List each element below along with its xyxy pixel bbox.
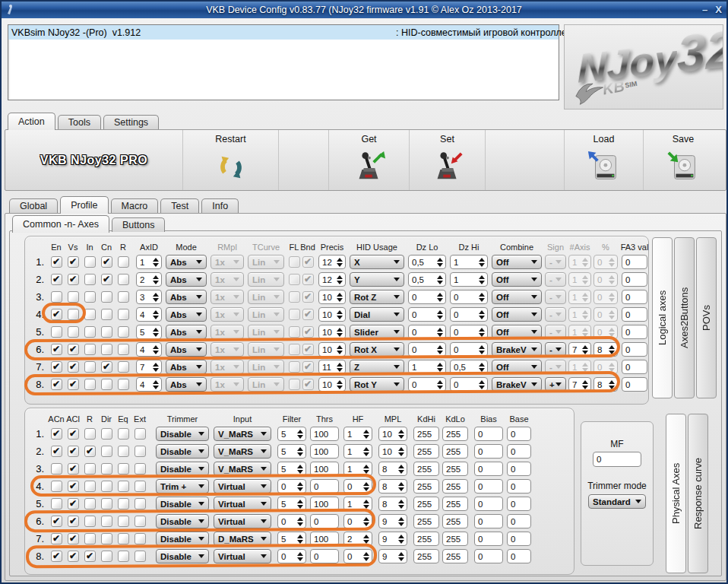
spin-up-icon[interactable] (479, 345, 485, 349)
spin-down-icon[interactable] (437, 298, 443, 302)
eq-checkbox[interactable] (118, 481, 129, 492)
dzlo-spin-buttons[interactable] (436, 258, 445, 267)
mode-dropdown[interactable]: Abs (166, 255, 207, 269)
kdhi-field[interactable]: 255 (413, 427, 439, 441)
ext-checkbox[interactable] (135, 481, 146, 492)
spin-down-icon[interactable] (337, 298, 343, 302)
axid-spinner[interactable]: 5 (136, 325, 162, 339)
thrs-field[interactable]: 0 (310, 514, 339, 528)
thrs-field[interactable]: 0 (310, 549, 339, 563)
mpl-spin-buttons[interactable] (397, 552, 407, 561)
dzlo-spinner[interactable]: 0 (408, 290, 446, 304)
pct-spinner[interactable]: 8 (593, 342, 618, 357)
r-checkbox[interactable] (84, 463, 96, 474)
spin-down-icon[interactable] (479, 368, 485, 372)
acl-checkbox[interactable]: ✔ (68, 446, 79, 457)
tab-global[interactable]: Global (9, 198, 58, 213)
spin-up-icon[interactable] (297, 465, 303, 468)
thrs-field[interactable]: 100 (310, 532, 339, 546)
spin-up-icon[interactable] (479, 380, 485, 384)
trimmer-dropdown[interactable]: Disable (156, 427, 209, 441)
acl-checkbox[interactable]: ✔ (68, 463, 79, 474)
spin-up-icon[interactable] (153, 310, 159, 314)
en-checkbox[interactable]: ✔ (51, 274, 62, 285)
filter-spinner[interactable]: 5 (277, 427, 306, 441)
mpl-spinner[interactable]: 8 (378, 462, 407, 476)
hf-spinner[interactable]: 0 (343, 479, 372, 494)
input-dropdown[interactable]: Virtual (214, 497, 271, 511)
cn-checkbox[interactable]: ✔ (101, 361, 112, 373)
trimmer-dropdown[interactable]: Trim + (156, 479, 209, 494)
dir-checkbox[interactable] (101, 498, 112, 509)
vs-checkbox[interactable] (68, 326, 79, 338)
hid-dropdown[interactable]: Dial (350, 307, 404, 322)
naxis-spin-buttons[interactable] (581, 345, 590, 354)
combine-dropdown[interactable]: Off (492, 290, 542, 304)
filter-spinner[interactable]: 0 (277, 514, 306, 528)
tab-profile[interactable]: Profile (60, 196, 108, 214)
spin-down-icon[interactable] (479, 351, 485, 354)
input-dropdown[interactable]: Virtual (214, 514, 271, 528)
spin-down-icon[interactable] (437, 368, 443, 372)
spin-down-icon[interactable] (297, 452, 303, 456)
vs-checkbox[interactable] (68, 291, 79, 303)
spin-down-icon[interactable] (337, 386, 343, 389)
device-list-item[interactable]: VKBsim NJoy32 -(Pro) v1.912 : HID-совмес… (8, 25, 559, 40)
spin-down-icon[interactable] (437, 333, 443, 337)
fa3-field[interactable]: 0 (622, 342, 647, 357)
axid-spin-buttons[interactable] (152, 380, 161, 389)
ext-checkbox[interactable] (135, 428, 146, 440)
mpl-spin-buttons[interactable] (397, 500, 407, 509)
acl-checkbox[interactable]: ✔ (68, 498, 79, 509)
en-checkbox[interactable]: ✔ (51, 256, 62, 268)
spin-up-icon[interactable] (398, 535, 404, 538)
axid-spinner[interactable]: 2 (136, 272, 162, 287)
spin-down-icon[interactable] (153, 316, 159, 319)
base-field[interactable]: 0 (507, 462, 531, 476)
fa3-field[interactable]: 0 (622, 307, 647, 322)
sign-dropdown[interactable]: - (545, 342, 566, 357)
fa3-field[interactable]: 0 (622, 325, 647, 339)
pct-spin-buttons[interactable] (608, 380, 617, 389)
spin-up-icon[interactable] (437, 275, 443, 279)
trimmer-dropdown[interactable]: Disable (156, 497, 209, 511)
base-field[interactable]: 0 (507, 479, 531, 494)
spin-down-icon[interactable] (363, 435, 369, 439)
spin-down-icon[interactable] (153, 298, 159, 302)
kdlo-field[interactable]: 255 (442, 427, 468, 441)
dzlo-spin-buttons[interactable] (436, 275, 445, 284)
spin-up-icon[interactable] (398, 517, 404, 521)
spin-down-icon[interactable] (609, 351, 615, 354)
axid-spinner[interactable]: 3 (136, 290, 162, 304)
spin-down-icon[interactable] (398, 470, 404, 474)
kdlo-field[interactable]: 255 (442, 462, 468, 476)
base-field[interactable]: 0 (507, 532, 531, 546)
spin-up-icon[interactable] (337, 328, 343, 332)
fa3-field[interactable]: 0 (622, 290, 647, 304)
axid-spin-buttons[interactable] (152, 258, 161, 267)
ext-checkbox[interactable] (135, 498, 146, 509)
kdhi-field[interactable]: 255 (413, 549, 439, 563)
spin-up-icon[interactable] (609, 380, 615, 384)
acl-checkbox[interactable]: ✔ (68, 481, 79, 492)
cn-checkbox[interactable]: ✔ (101, 274, 112, 285)
spin-down-icon[interactable] (398, 435, 404, 439)
combine-dropdown[interactable]: BrakeV (492, 377, 542, 392)
spin-up-icon[interactable] (297, 517, 303, 521)
precis-spinner[interactable]: 11 (318, 360, 346, 374)
mpl-spin-buttons[interactable] (397, 465, 407, 474)
spin-down-icon[interactable] (437, 263, 443, 267)
r-checkbox[interactable] (118, 326, 129, 338)
naxis-spinner[interactable]: 7 (568, 342, 591, 357)
r-checkbox[interactable] (118, 344, 129, 355)
spin-down-icon[interactable] (479, 263, 485, 267)
precis-spin-buttons[interactable] (336, 363, 345, 372)
r-checkbox[interactable] (118, 309, 129, 320)
filter-spinner[interactable]: 0 (277, 549, 306, 563)
dir-checkbox[interactable] (101, 428, 112, 440)
spin-up-icon[interactable] (437, 293, 443, 297)
spin-down-icon[interactable] (153, 386, 159, 389)
spin-down-icon[interactable] (297, 557, 303, 561)
kdhi-field[interactable]: 255 (413, 514, 439, 528)
r-checkbox[interactable] (118, 274, 129, 285)
